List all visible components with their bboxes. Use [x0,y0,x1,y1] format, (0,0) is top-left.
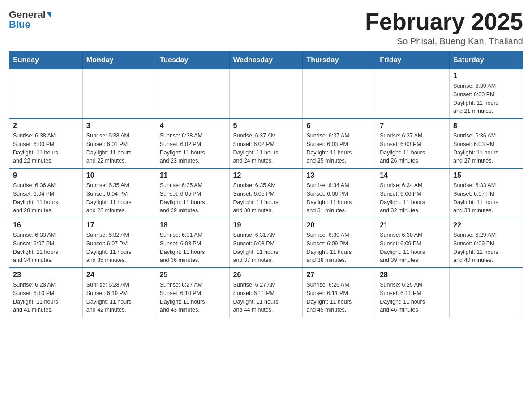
day-info: Sunrise: 6:26 AM Sunset: 6:11 PM Dayligh… [306,281,372,314]
calendar-cell: 2Sunrise: 6:38 AM Sunset: 6:00 PM Daylig… [9,119,83,168]
weekday-header-friday: Friday [376,51,450,69]
calendar-cell: 9Sunrise: 6:36 AM Sunset: 6:04 PM Daylig… [9,168,83,218]
day-number: 13 [306,171,372,180]
day-info: Sunrise: 6:39 AM Sunset: 6:00 PM Dayligh… [453,82,519,116]
calendar-cell: 21Sunrise: 6:30 AM Sunset: 6:09 PM Dayli… [376,218,450,268]
calendar-cell: 8Sunrise: 6:36 AM Sunset: 6:03 PM Daylig… [450,119,523,168]
day-info: Sunrise: 6:36 AM Sunset: 6:04 PM Dayligh… [13,181,79,215]
calendar-cell: 19Sunrise: 6:31 AM Sunset: 6:08 PM Dayli… [229,218,303,268]
calendar-cell: 28Sunrise: 6:25 AM Sunset: 6:11 PM Dayli… [376,268,450,317]
calendar-cell [9,69,83,119]
day-info: Sunrise: 6:35 AM Sunset: 6:05 PM Dayligh… [233,181,299,215]
weekday-header-saturday: Saturday [450,51,523,69]
calendar-cell: 22Sunrise: 6:29 AM Sunset: 6:09 PM Dayli… [450,218,523,268]
month-title: February 2025 [365,9,523,34]
calendar-cell: 16Sunrise: 6:33 AM Sunset: 6:07 PM Dayli… [9,218,83,268]
day-number: 1 [453,72,519,80]
calendar-cell [303,69,376,119]
calendar-cell: 4Sunrise: 6:38 AM Sunset: 6:02 PM Daylig… [156,119,229,168]
logo: General Blue [9,9,51,30]
day-info: Sunrise: 6:37 AM Sunset: 6:02 PM Dayligh… [233,132,299,165]
day-number: 11 [160,171,226,180]
day-number: 20 [306,221,372,229]
weekday-header-monday: Monday [82,51,156,69]
calendar-cell: 1Sunrise: 6:39 AM Sunset: 6:00 PM Daylig… [450,69,523,119]
day-info: Sunrise: 6:37 AM Sunset: 6:03 PM Dayligh… [380,132,446,165]
day-info: Sunrise: 6:33 AM Sunset: 6:07 PM Dayligh… [453,181,519,215]
calendar-cell: 5Sunrise: 6:37 AM Sunset: 6:02 PM Daylig… [229,119,303,168]
logo-triangle-icon [47,12,51,18]
day-number: 15 [453,171,519,180]
day-number: 6 [306,122,372,130]
calendar-week-5: 23Sunrise: 6:28 AM Sunset: 6:10 PM Dayli… [9,268,523,317]
day-number: 24 [86,271,152,279]
weekday-header-sunday: Sunday [9,51,83,69]
day-number: 18 [160,221,226,229]
day-info: Sunrise: 6:33 AM Sunset: 6:07 PM Dayligh… [13,231,79,265]
calendar-cell: 15Sunrise: 6:33 AM Sunset: 6:07 PM Dayli… [450,168,523,218]
day-info: Sunrise: 6:25 AM Sunset: 6:11 PM Dayligh… [380,281,446,314]
calendar-cell [229,69,303,119]
day-number: 17 [86,221,152,229]
day-number: 9 [13,171,79,180]
calendar-cell [156,69,229,119]
calendar-cell: 18Sunrise: 6:31 AM Sunset: 6:08 PM Dayli… [156,218,229,268]
weekday-header-thursday: Thursday [303,51,376,69]
day-info: Sunrise: 6:29 AM Sunset: 6:09 PM Dayligh… [453,231,519,265]
day-number: 7 [380,122,446,130]
calendar-cell: 27Sunrise: 6:26 AM Sunset: 6:11 PM Dayli… [303,268,376,317]
calendar-cell: 12Sunrise: 6:35 AM Sunset: 6:05 PM Dayli… [229,168,303,218]
weekday-header-wednesday: Wednesday [229,51,303,69]
day-number: 21 [380,221,446,229]
calendar-cell: 25Sunrise: 6:27 AM Sunset: 6:10 PM Dayli… [156,268,229,317]
calendar-cell [376,69,450,119]
calendar-cell: 26Sunrise: 6:27 AM Sunset: 6:11 PM Dayli… [229,268,303,317]
day-number: 23 [13,271,79,279]
calendar-cell [450,268,523,317]
calendar-table: SundayMondayTuesdayWednesdayThursdayFrid… [9,51,523,317]
day-info: Sunrise: 6:30 AM Sunset: 6:09 PM Dayligh… [380,231,446,265]
calendar-cell: 10Sunrise: 6:35 AM Sunset: 6:04 PM Dayli… [82,168,156,218]
day-number: 5 [233,122,299,130]
calendar-cell: 20Sunrise: 6:30 AM Sunset: 6:09 PM Dayli… [303,218,376,268]
day-info: Sunrise: 6:38 AM Sunset: 6:00 PM Dayligh… [13,132,79,165]
day-info: Sunrise: 6:38 AM Sunset: 6:01 PM Dayligh… [86,132,152,165]
title-block: February 2025 So Phisai, Bueng Kan, Thai… [365,9,523,47]
calendar-week-4: 16Sunrise: 6:33 AM Sunset: 6:07 PM Dayli… [9,218,523,268]
day-number: 25 [160,271,226,279]
day-number: 26 [233,271,299,279]
day-info: Sunrise: 6:28 AM Sunset: 6:10 PM Dayligh… [86,281,152,314]
calendar-cell: 14Sunrise: 6:34 AM Sunset: 6:06 PM Dayli… [376,168,450,218]
day-info: Sunrise: 6:35 AM Sunset: 6:04 PM Dayligh… [86,181,152,215]
day-number: 3 [86,122,152,130]
day-info: Sunrise: 6:32 AM Sunset: 6:07 PM Dayligh… [86,231,152,265]
day-number: 8 [453,122,519,130]
calendar-cell: 7Sunrise: 6:37 AM Sunset: 6:03 PM Daylig… [376,119,450,168]
day-info: Sunrise: 6:38 AM Sunset: 6:02 PM Dayligh… [160,132,226,165]
calendar-cell: 3Sunrise: 6:38 AM Sunset: 6:01 PM Daylig… [82,119,156,168]
day-info: Sunrise: 6:31 AM Sunset: 6:08 PM Dayligh… [160,231,226,265]
calendar-cell: 24Sunrise: 6:28 AM Sunset: 6:10 PM Dayli… [82,268,156,317]
day-info: Sunrise: 6:34 AM Sunset: 6:06 PM Dayligh… [306,181,372,215]
weekday-header-row: SundayMondayTuesdayWednesdayThursdayFrid… [9,51,523,69]
calendar-cell: 17Sunrise: 6:32 AM Sunset: 6:07 PM Dayli… [82,218,156,268]
day-number: 27 [306,271,372,279]
calendar-week-1: 1Sunrise: 6:39 AM Sunset: 6:00 PM Daylig… [9,69,523,119]
calendar-cell [82,69,156,119]
day-number: 19 [233,221,299,229]
day-info: Sunrise: 6:37 AM Sunset: 6:03 PM Dayligh… [306,132,372,165]
day-number: 14 [380,171,446,180]
location-subtitle: So Phisai, Bueng Kan, Thailand [365,36,523,47]
day-number: 28 [380,271,446,279]
weekday-header-tuesday: Tuesday [156,51,229,69]
day-number: 12 [233,171,299,180]
day-number: 10 [86,171,152,180]
day-info: Sunrise: 6:27 AM Sunset: 6:11 PM Dayligh… [233,281,299,314]
calendar-cell: 6Sunrise: 6:37 AM Sunset: 6:03 PM Daylig… [303,119,376,168]
day-info: Sunrise: 6:34 AM Sunset: 6:06 PM Dayligh… [380,181,446,215]
day-info: Sunrise: 6:30 AM Sunset: 6:09 PM Dayligh… [306,231,372,265]
day-info: Sunrise: 6:27 AM Sunset: 6:10 PM Dayligh… [160,281,226,314]
day-info: Sunrise: 6:36 AM Sunset: 6:03 PM Dayligh… [453,132,519,165]
logo-blue-text: Blue [9,19,30,30]
day-number: 22 [453,221,519,229]
